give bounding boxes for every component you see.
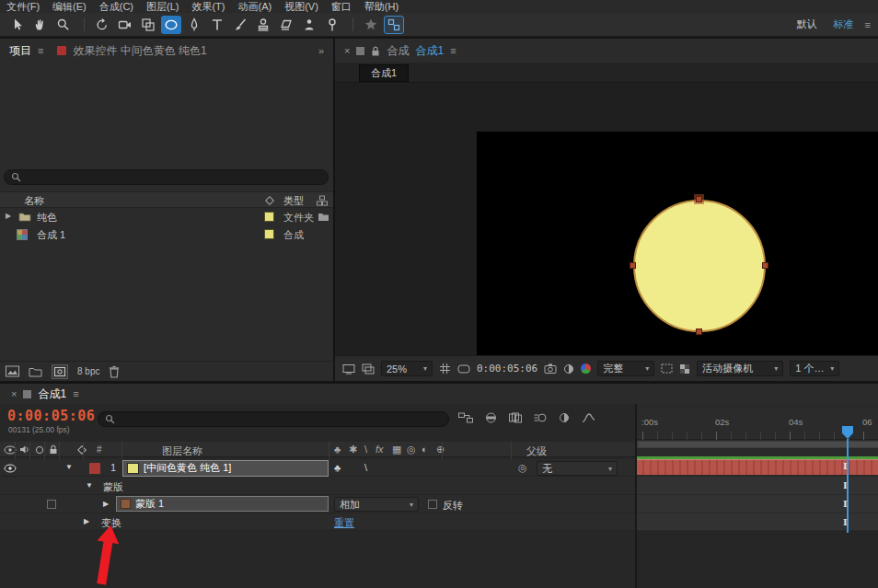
number-column-header[interactable]: # (97, 444, 102, 455)
main-viewer-icon[interactable] (362, 363, 375, 375)
layer-row-solid[interactable]: ▼ 1 [中间色黄色 纯色 1] ♣ \ ◎ 无 ▾ (0, 459, 635, 477)
layer-shy-switch[interactable]: ♣ (334, 463, 341, 473)
composition-viewer[interactable] (335, 83, 878, 355)
timeline-tab-comp1[interactable]: 合成1 (38, 386, 66, 402)
time-ruler[interactable]: :00s 02s 04s 06 (637, 409, 878, 440)
layer-name-cell[interactable]: [中间色黄色 纯色 1] (122, 460, 329, 477)
rotation-tool-button[interactable] (92, 16, 112, 34)
column-name-header[interactable]: 名称 (24, 194, 44, 208)
viewer-timecode[interactable]: 0:00:05:06 (477, 363, 537, 375)
pan-behind-tool-button[interactable] (138, 16, 158, 34)
eraser-tool-button[interactable] (276, 16, 296, 34)
magnification-dropdown[interactable]: 25%▾ (381, 361, 433, 376)
selection-handle-top[interactable] (696, 196, 702, 202)
layer-duration-bar[interactable] (637, 459, 878, 475)
layer-expander-icon[interactable]: ▼ (65, 464, 73, 471)
always-preview-icon[interactable] (342, 363, 355, 375)
mask-color-chip[interactable] (121, 499, 131, 509)
track-row[interactable] (637, 477, 878, 495)
mask-toggle[interactable] (47, 500, 56, 509)
show-channel-icon[interactable] (581, 363, 591, 374)
motion-blur-column-icon[interactable]: ◎ (407, 444, 416, 455)
selection-handle-right[interactable] (762, 262, 768, 269)
parent-pickwhip-icon[interactable]: ◎ (518, 463, 527, 473)
active-camera-dropdown[interactable]: 活动摄像机▾ (697, 361, 783, 376)
project-bit-depth[interactable]: 8 bpc (77, 366, 99, 376)
composition-tab-name[interactable]: 合成1 (415, 43, 444, 59)
column-type-header[interactable]: 类型 (283, 194, 304, 208)
frame-blend-column-icon[interactable]: ▦ (392, 444, 401, 455)
view-layout-dropdown[interactable]: 1 个…▾ (790, 361, 839, 376)
viewer-tab-comp1[interactable]: 合成1 (359, 64, 409, 82)
transparency-grid-icon[interactable] (679, 363, 690, 375)
video-column-eye-icon[interactable] (4, 445, 17, 455)
menu-file[interactable]: 文件(F) (0, 0, 46, 14)
masks-group-row[interactable]: ▼ 蒙版 (0, 477, 635, 495)
menu-edit[interactable]: 编辑(E) (46, 0, 93, 14)
transform-reset-link[interactable]: 重置 (334, 516, 354, 530)
selection-handle-bottom[interactable] (696, 329, 702, 335)
snapshot-icon[interactable] (544, 363, 557, 374)
timeline-menu-icon[interactable]: ≡ (73, 388, 78, 399)
track-row[interactable] (637, 513, 878, 531)
audio-column-speaker-icon[interactable] (19, 444, 30, 455)
mask-invert-checkbox[interactable] (428, 500, 437, 509)
brainstorm-icon[interactable] (559, 412, 570, 423)
lock-icon[interactable] (371, 46, 380, 56)
layer-label-color-chip[interactable] (89, 463, 100, 474)
mask-visibility-icon[interactable] (457, 363, 470, 375)
selection-tool-button[interactable] (7, 16, 28, 34)
mask-name-cell[interactable]: 蒙版 1 (116, 496, 329, 512)
footage-preview-icon[interactable] (6, 365, 19, 377)
text-tool-button[interactable] (207, 16, 227, 34)
shy-column-icon[interactable]: ♣ (334, 444, 341, 455)
solo-column-icon[interactable] (35, 445, 44, 455)
pen-tool-button[interactable] (184, 16, 204, 34)
quality-column-icon[interactable]: \ (364, 444, 367, 455)
workspace-menu-icon[interactable]: ≡ (865, 19, 871, 30)
menu-composition[interactable]: 合成(C) (93, 0, 140, 14)
layer-name-column-header[interactable]: 图层名称 (162, 444, 202, 458)
roto-brush-tool-button[interactable] (299, 16, 319, 34)
menu-layer[interactable]: 图层(L) (140, 0, 185, 14)
current-timecode[interactable]: 0:00:05:06 (7, 408, 95, 424)
menu-help[interactable]: 帮助(H) (358, 0, 405, 14)
transform-expander-icon[interactable]: ▶ (84, 518, 89, 525)
puppet-pin-tool-button[interactable] (322, 16, 342, 34)
menu-window[interactable]: 窗口 (325, 0, 358, 14)
clone-stamp-tool-button[interactable] (253, 16, 273, 34)
3d-column-icon[interactable]: ⊕ (436, 444, 445, 455)
new-folder-icon[interactable] (29, 366, 42, 377)
snapping-toggle-button[interactable] (384, 16, 404, 34)
track-row[interactable] (637, 495, 878, 513)
hand-tool-button[interactable] (30, 16, 51, 34)
region-of-interest-icon[interactable] (661, 363, 673, 374)
timeline-search-field[interactable] (98, 411, 449, 427)
close-icon[interactable]: × (11, 388, 17, 399)
mask-mode-dropdown[interactable]: 相加 ▾ (334, 497, 419, 512)
label-color-column-icon[interactable] (265, 196, 274, 205)
label-color-swatch[interactable] (264, 212, 274, 222)
label-color-swatch[interactable] (264, 229, 274, 239)
workspace-standard-button[interactable]: 标准 (834, 17, 854, 31)
trash-icon[interactable] (109, 365, 120, 378)
parent-column-header[interactable]: 父级 (526, 444, 547, 458)
mini-flowchart-icon[interactable] (458, 412, 473, 423)
selection-handle-left[interactable] (630, 262, 636, 269)
parent-dropdown[interactable]: 无 ▾ (537, 461, 618, 476)
graph-editor-icon[interactable] (582, 412, 595, 423)
close-icon[interactable]: × (344, 45, 350, 56)
lock-column-icon[interactable] (49, 444, 58, 455)
tab-overflow-icon[interactable]: » (318, 45, 324, 56)
motion-blur-icon[interactable] (534, 412, 547, 423)
layer-visibility-eye-icon[interactable] (4, 464, 17, 473)
collapse-column-icon[interactable]: ✱ (349, 444, 357, 455)
zoom-tool-button[interactable] (53, 16, 74, 34)
solid-color-swatch[interactable] (127, 463, 139, 474)
new-composition-button[interactable] (52, 364, 68, 379)
ellipse-tool-button[interactable] (161, 16, 181, 34)
comp-panel-menu-icon[interactable]: ≡ (450, 45, 456, 56)
workspace-default-button[interactable]: 默认 (797, 17, 817, 31)
project-row-solids[interactable]: ▶ 纯色 文件夹 (0, 208, 333, 225)
menu-animation[interactable]: 动画(A) (232, 0, 279, 14)
